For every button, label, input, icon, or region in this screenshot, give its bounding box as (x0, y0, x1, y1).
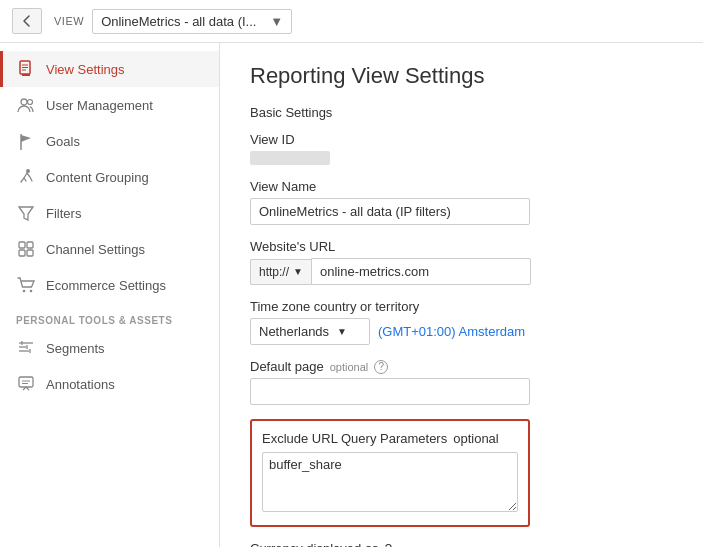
sidebar-item-segments[interactable]: Segments (0, 330, 219, 366)
personal-tools-section-label: PERSONAL TOOLS & ASSETS (0, 303, 219, 330)
default-page-field: Default page optional ? (250, 359, 673, 405)
url-row: http:// ▼ (250, 258, 673, 285)
page-title: Reporting View Settings (250, 63, 673, 89)
sidebar-item-annotations[interactable]: Annotations (0, 366, 219, 402)
default-page-input[interactable] (250, 378, 530, 405)
sidebar-item-label-user-management: User Management (46, 98, 153, 113)
protocol-value: http:// (259, 265, 289, 279)
exclude-url-field: Exclude URL Query Parameters optional bu… (250, 419, 673, 527)
svg-point-8 (26, 169, 30, 173)
timezone-label: Time zone country or territory (250, 299, 673, 314)
view-select-text: OnlineMetrics - all data (I... (101, 14, 262, 29)
view-id-value (250, 151, 330, 165)
default-page-optional: optional (330, 361, 369, 373)
sidebar-item-label-goals: Goals (46, 134, 80, 149)
sidebar-item-content-grouping[interactable]: Content Grouping (0, 159, 219, 195)
sidebar-item-goals[interactable]: Goals (0, 123, 219, 159)
timezone-value: Netherlands (259, 324, 329, 339)
sidebar-item-filters[interactable]: Filters (0, 195, 219, 231)
view-id-label: View ID (250, 132, 673, 147)
sidebar-item-view-settings[interactable]: View Settings (0, 51, 219, 87)
basic-settings-label: Basic Settings (250, 105, 673, 120)
currency-label: Currency displayed as ? (250, 541, 673, 547)
top-bar: VIEW OnlineMetrics - all data (I... ▼ (0, 0, 703, 43)
view-id-field: View ID (250, 132, 673, 165)
svg-rect-21 (19, 377, 33, 387)
grid-icon (16, 239, 36, 259)
sidebar-item-channel-settings[interactable]: Channel Settings (0, 231, 219, 267)
view-name-input[interactable] (250, 198, 530, 225)
users-icon (16, 95, 36, 115)
svg-rect-11 (19, 250, 25, 256)
annotations-icon (16, 374, 36, 394)
currency-help-icon[interactable]: ? (385, 541, 392, 547)
website-url-field: Website's URL http:// ▼ (250, 239, 673, 285)
sidebar: View Settings User Management Goals (0, 43, 220, 547)
sidebar-item-user-management[interactable]: User Management (0, 87, 219, 123)
svg-point-14 (30, 290, 33, 293)
svg-point-5 (21, 99, 27, 105)
svg-point-13 (23, 290, 26, 293)
segments-icon (16, 338, 36, 358)
timezone-chevron-icon: ▼ (337, 326, 347, 337)
url-input[interactable] (311, 258, 531, 285)
view-name-label: View Name (250, 179, 673, 194)
timezone-field: Time zone country or territory Netherlan… (250, 299, 673, 345)
sidebar-item-label-segments: Segments (46, 341, 105, 356)
protocol-dropdown[interactable]: http:// ▼ (250, 259, 311, 285)
timezone-dropdown[interactable]: Netherlands ▼ (250, 318, 370, 345)
filter-icon (16, 203, 36, 223)
exclude-url-box: Exclude URL Query Parameters optional bu… (250, 419, 530, 527)
exclude-url-textarea[interactable]: buffer_share (262, 452, 518, 512)
website-url-label: Website's URL (250, 239, 673, 254)
svg-point-6 (28, 100, 33, 105)
svg-rect-12 (27, 250, 33, 256)
document-icon (16, 59, 36, 79)
exclude-url-label: Exclude URL Query Parameters optional (262, 431, 518, 446)
sidebar-item-label-filters: Filters (46, 206, 81, 221)
view-dropdown[interactable]: OnlineMetrics - all data (I... ▼ (92, 9, 292, 34)
sidebar-item-ecommerce-settings[interactable]: Ecommerce Settings (0, 267, 219, 303)
timezone-row: Netherlands ▼ (GMT+01:00) Amsterdam (250, 318, 673, 345)
protocol-chevron-icon: ▼ (293, 266, 303, 277)
cart-icon (16, 275, 36, 295)
sidebar-item-label-annotations: Annotations (46, 377, 115, 392)
back-button[interactable] (12, 8, 42, 34)
svg-rect-9 (19, 242, 25, 248)
flag-icon (16, 131, 36, 151)
chevron-down-icon: ▼ (270, 14, 283, 29)
currency-field: Currency displayed as ? (250, 541, 673, 547)
sidebar-item-label-ecommerce-settings: Ecommerce Settings (46, 278, 166, 293)
timezone-offset: (GMT+01:00) Amsterdam (378, 324, 525, 339)
default-page-help-icon[interactable]: ? (374, 360, 388, 374)
main-layout: View Settings User Management Goals (0, 43, 703, 547)
svg-rect-10 (27, 242, 33, 248)
view-name-field: View Name (250, 179, 673, 225)
sidebar-item-label-content-grouping: Content Grouping (46, 170, 149, 185)
svg-rect-1 (22, 74, 30, 76)
sidebar-item-label-view-settings: View Settings (46, 62, 125, 77)
sidebar-item-label-channel-settings: Channel Settings (46, 242, 145, 257)
default-page-label: Default page optional ? (250, 359, 673, 374)
view-label: VIEW (54, 15, 84, 27)
person-run-icon (16, 167, 36, 187)
content-area: Reporting View Settings Basic Settings V… (220, 43, 703, 547)
exclude-optional: optional (453, 431, 499, 446)
